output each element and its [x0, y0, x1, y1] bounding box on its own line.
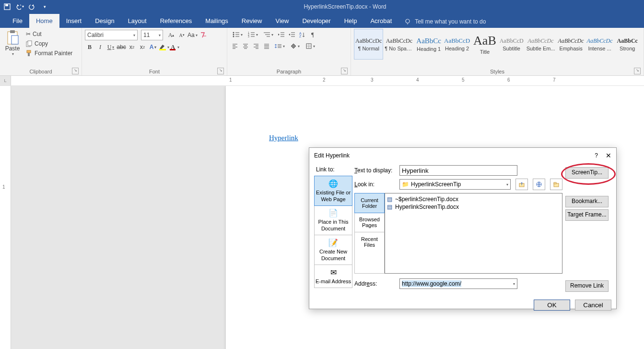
style-strong[interactable]: AaBbCcStrong: [614, 29, 641, 60]
cancel-button[interactable]: Cancel: [575, 300, 611, 311]
style-heading-1[interactable]: AaBbCcHeading 1: [415, 29, 443, 60]
underline-button[interactable]: U▾: [106, 42, 116, 52]
linkto-create-new[interactable]: 📝 Create New Document: [315, 235, 352, 265]
linkto-email[interactable]: ✉ E-mail Address: [315, 265, 352, 288]
document-name: HyperlinkScreenTip.docx: [304, 3, 367, 10]
redo-icon[interactable]: [28, 2, 36, 11]
bookmark-button[interactable]: Bookmark...: [565, 196, 609, 207]
tab-view[interactable]: View: [269, 14, 295, 28]
style-intense-emphasis[interactable]: AaBbCcDcIntense ...: [585, 29, 614, 60]
text-effects-button[interactable]: A▾: [148, 42, 158, 52]
linkto-existing-file[interactable]: 🌐 Existing File or Web Page: [314, 176, 352, 206]
shading-button[interactable]: ▾: [288, 41, 302, 51]
ruler-corner: L: [0, 76, 11, 85]
bold-button[interactable]: B: [85, 42, 94, 52]
close-button[interactable]: ✕: [606, 152, 611, 159]
font-size-combo[interactable]: 11▾: [141, 30, 163, 40]
tab-home[interactable]: Home: [29, 14, 59, 28]
look-in-combo[interactable]: 📁HyperlinkScreenTip ▾: [399, 179, 511, 190]
ok-button[interactable]: OK: [534, 300, 570, 311]
screentip-button[interactable]: ScreenTip...: [565, 167, 609, 179]
paragraph-launcher[interactable]: ↘: [341, 68, 348, 74]
ruler-tick-1: 1: [229, 77, 232, 83]
quick-access-toolbar: ▾ ▾: [3, 2, 49, 11]
text-to-display-input[interactable]: [399, 165, 517, 176]
font-color-button[interactable]: A▾: [170, 42, 180, 52]
superscript-button[interactable]: x2: [138, 42, 147, 52]
show-hide-button[interactable]: ¶: [308, 30, 317, 39]
tab-design[interactable]: Design: [88, 14, 121, 28]
target-frame-button[interactable]: Target Frame...: [565, 209, 609, 221]
horizontal-ruler[interactable]: L 1 2 3 4 5 6 7: [0, 76, 644, 86]
up-folder-button[interactable]: [515, 179, 528, 190]
copy-button[interactable]: Copy: [24, 39, 74, 48]
browse-web-button[interactable]: [533, 179, 545, 190]
font-launcher[interactable]: ↘: [217, 68, 224, 74]
align-left-button[interactable]: [230, 41, 240, 51]
tab-layout[interactable]: Layout: [121, 14, 153, 28]
qat-customize-icon[interactable]: ▾: [40, 2, 49, 11]
bullets-button[interactable]: ▾: [230, 30, 245, 39]
decrease-font-button[interactable]: A▾: [177, 30, 187, 40]
remove-link-button[interactable]: Remove Link: [565, 280, 609, 292]
style-normal[interactable]: AaBbCcDc¶ Normal: [354, 29, 383, 60]
tab-review[interactable]: Review: [235, 14, 269, 28]
help-button[interactable]: ?: [595, 152, 598, 159]
ruler-tick-3: 3: [371, 77, 374, 83]
style-heading-2[interactable]: AaBbCcDHeading 2: [443, 29, 471, 60]
svg-rect-10: [28, 53, 30, 56]
tab-help[interactable]: Help: [338, 14, 364, 28]
multilevel-list-button[interactable]: ▾: [261, 30, 275, 39]
highlight-button[interactable]: ▾: [159, 42, 169, 52]
address-combo[interactable]: http://www.google.com/ ▾: [399, 278, 517, 289]
change-case-button[interactable]: Aa▾: [187, 30, 198, 40]
increase-font-button[interactable]: A▴: [166, 30, 176, 40]
increase-indent-button[interactable]: [287, 30, 296, 39]
italic-button[interactable]: I: [95, 42, 105, 52]
style-title[interactable]: AaBTitle: [471, 29, 498, 60]
decrease-indent-button[interactable]: [276, 30, 286, 39]
line-spacing-button[interactable]: ▾: [272, 41, 287, 51]
dialog-main: Text to display: Look in: 📁HyperlinkScre…: [354, 165, 562, 292]
borders-button[interactable]: ▾: [303, 41, 317, 51]
browse-tab-current-folder[interactable]: Current Folder: [354, 193, 385, 213]
tab-insert[interactable]: Insert: [59, 14, 89, 28]
save-icon[interactable]: [3, 2, 12, 11]
tab-file[interactable]: File: [6, 14, 29, 28]
justify-button[interactable]: [262, 41, 271, 51]
styles-gallery[interactable]: AaBbCcDc¶ Normal AaBbCcDc¶ No Spac... Aa…: [354, 29, 641, 60]
tab-acrobat[interactable]: Acrobat: [363, 14, 398, 28]
clipboard-launcher[interactable]: ↘: [72, 68, 79, 74]
tell-me[interactable]: Tell me what you want to do: [404, 18, 486, 28]
linkto-place-in-document[interactable]: 📄 Place in This Document: [315, 205, 352, 235]
strikethrough-button[interactable]: abc: [117, 42, 126, 52]
styles-launcher[interactable]: ↘: [634, 68, 641, 74]
format-painter-button[interactable]: Format Painter: [24, 49, 74, 58]
file-list[interactable]: ▤~$perlinkScreenTip.docx ▤HyperlinkScree…: [385, 193, 562, 274]
font-name-combo[interactable]: Calibri▾: [85, 30, 138, 40]
subscript-button[interactable]: x2: [127, 42, 137, 52]
align-center-button[interactable]: [241, 41, 250, 51]
vertical-ruler[interactable]: 1: [0, 86, 11, 349]
numbering-button[interactable]: 123▾: [246, 30, 260, 39]
browse-tab-browsed-pages[interactable]: Browsed Pages: [355, 213, 384, 232]
style-emphasis[interactable]: AaBbCcDcEmphasis: [557, 29, 585, 60]
paste-button[interactable]: Paste ▾: [3, 29, 22, 58]
style-subtle-emphasis[interactable]: AaBbCcDcSubtle Em...: [525, 29, 557, 60]
tab-references[interactable]: References: [153, 14, 199, 28]
sort-button[interactable]: AZ: [297, 30, 307, 39]
cut-button[interactable]: ✂Cut: [24, 30, 74, 38]
file-item[interactable]: ▤HyperlinkScreenTip.docx: [387, 203, 560, 211]
browse-tab-recent-files[interactable]: Recent Files: [355, 232, 384, 252]
svg-point-13: [233, 32, 234, 34]
style-no-spacing[interactable]: AaBbCcDc¶ No Spac...: [383, 29, 415, 60]
tab-developer[interactable]: Developer: [295, 14, 337, 28]
style-subtitle[interactable]: AaBbCcDSubtitle: [498, 29, 525, 60]
clear-formatting-button[interactable]: [199, 30, 208, 40]
tab-mailings[interactable]: Mailings: [199, 14, 235, 28]
browse-file-button[interactable]: [550, 179, 562, 190]
hyperlink-text[interactable]: Hyperlink: [269, 134, 298, 142]
align-right-button[interactable]: [251, 41, 261, 51]
undo-icon[interactable]: ▾: [15, 2, 24, 11]
file-item[interactable]: ▤~$perlinkScreenTip.docx: [387, 195, 560, 203]
